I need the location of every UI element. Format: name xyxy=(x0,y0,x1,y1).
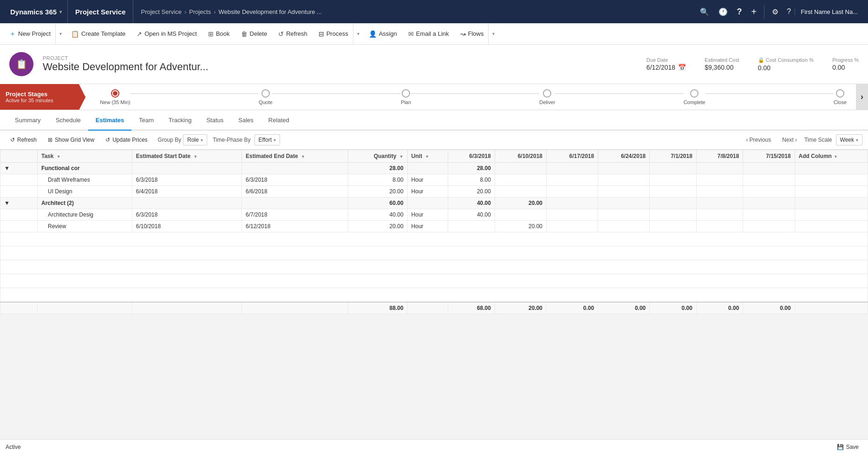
estimates-refresh-button[interactable]: ↺ Refresh xyxy=(6,134,41,145)
row-end-arch[interactable]: 6/7/2018 xyxy=(241,209,348,221)
book-button[interactable]: ⊞ Book xyxy=(202,23,235,44)
breadcrumb-part1[interactable]: Project Service xyxy=(141,8,181,15)
group-row-functional[interactable]: ▼ Functional cor 28.00 28.00 xyxy=(0,163,868,174)
row-start-uidesign[interactable]: 6/4/2018 xyxy=(132,186,241,197)
due-date-text[interactable]: 6/12/2018 xyxy=(646,64,675,71)
col-header-unit[interactable]: Unit ▼ xyxy=(407,150,448,163)
tab-team[interactable]: Team xyxy=(131,110,161,131)
timescale-value: Week xyxy=(840,137,854,143)
show-grid-view-button[interactable]: ⊞ Show Grid View xyxy=(43,134,99,145)
flows-dropdown[interactable]: ▾ xyxy=(488,23,498,44)
group-expand-2[interactable]: ▼ xyxy=(0,197,38,209)
tab-schedule[interactable]: Schedule xyxy=(48,110,88,131)
stage-name-complete: Complete xyxy=(684,99,705,105)
tab-tracking[interactable]: Tracking xyxy=(161,110,199,131)
create-template-label: Create Template xyxy=(81,30,125,37)
row-col5-arch xyxy=(650,209,697,221)
refresh-button[interactable]: ↺ Refresh xyxy=(273,23,313,44)
row-qty-review[interactable]: 20.00 xyxy=(348,221,407,232)
tab-summary[interactable]: Summary xyxy=(7,110,48,131)
row-unit-draft[interactable]: Hour xyxy=(407,174,448,186)
dynamics365-nav[interactable]: Dynamics 365 ▾ xyxy=(5,0,68,23)
row-qty-arch[interactable]: 40.00 xyxy=(348,209,407,221)
stage-name-quote: Quote xyxy=(259,99,273,105)
cost-consumption-label-text: Cost Consumption % xyxy=(766,57,814,63)
book-label: Book xyxy=(216,30,230,37)
group-expand-1[interactable]: ▼ xyxy=(0,163,38,174)
stage-step-new[interactable]: New (35 Min) xyxy=(100,89,130,105)
tab-estimates[interactable]: Estimates xyxy=(88,110,131,131)
timescale-dropdown[interactable]: Week ▾ xyxy=(836,134,862,145)
col-header-quantity[interactable]: Quantity ▼ xyxy=(348,150,407,163)
breadcrumb-part2[interactable]: Projects xyxy=(189,8,211,15)
row-task-uidesign[interactable]: UI Design xyxy=(38,186,132,197)
table-row[interactable]: UI Design 6/4/2018 6/6/2018 20.00 Hour 2… xyxy=(0,186,868,197)
tab-sales[interactable]: Sales xyxy=(231,110,261,131)
stage-step-complete[interactable]: Complete xyxy=(684,89,705,105)
group-by-dropdown[interactable]: Role ▾ xyxy=(183,134,207,145)
col-header-add-column[interactable]: Add Column ▾ xyxy=(795,150,868,163)
search-icon[interactable]: 🔍 xyxy=(696,5,713,19)
email-link-button[interactable]: ✉ Email a Link xyxy=(403,23,455,44)
plus-icon[interactable]: + xyxy=(748,4,761,20)
delete-button[interactable]: 🗑 Delete xyxy=(235,23,273,44)
table-row[interactable]: Review 6/10/2018 6/12/2018 20.00 Hour 20… xyxy=(0,221,868,232)
row-col3-review xyxy=(547,221,598,232)
stage-step-plan[interactable]: Plan xyxy=(401,89,411,105)
settings-icon[interactable]: ⚙ xyxy=(768,5,782,19)
stage-step-close[interactable]: Close xyxy=(834,89,847,105)
process-button[interactable]: ⊟ Process xyxy=(313,23,353,44)
row-blank-4 xyxy=(0,221,38,232)
timephase-by-dropdown[interactable]: Effort ▾ xyxy=(255,134,280,145)
previous-button[interactable]: ‹ Previous xyxy=(743,135,775,145)
row-unit-arch[interactable]: Hour xyxy=(407,209,448,221)
col-header-start-date[interactable]: Estimated Start Date ▼ xyxy=(132,150,241,163)
row-unit-uidesign[interactable]: Hour xyxy=(407,186,448,197)
process-dropdown[interactable]: ▾ xyxy=(353,23,363,44)
row-end-uidesign[interactable]: 6/6/2018 xyxy=(241,186,348,197)
row-start-draft[interactable]: 6/3/2018 xyxy=(132,174,241,186)
stage-name-deliver: Deliver xyxy=(539,99,555,105)
quantity-sort-icon: ▼ xyxy=(399,154,404,159)
open-in-ms-project-button[interactable]: ↗ Open in MS Project xyxy=(131,23,202,44)
group-row-architect[interactable]: ▼ Architect (2) 60.00 40.00 20.00 xyxy=(0,197,868,209)
row-qty-uidesign[interactable]: 20.00 xyxy=(348,186,407,197)
col-header-task[interactable]: Task ▼ xyxy=(38,150,132,163)
project-service-nav[interactable]: Project Service xyxy=(68,0,133,23)
row-start-review[interactable]: 6/10/2018 xyxy=(132,221,241,232)
group-addcol-1 xyxy=(795,163,868,174)
user-profile[interactable]: First Name Last Na... xyxy=(795,8,863,15)
tab-related[interactable]: Related xyxy=(261,110,297,131)
row-start-arch[interactable]: 6/3/2018 xyxy=(132,209,241,221)
recent-icon[interactable]: 🕐 xyxy=(715,5,731,19)
stage-step-quote[interactable]: Quote xyxy=(259,89,273,105)
help-circle-icon[interactable]: ? xyxy=(733,4,746,20)
new-project-button[interactable]: ＋ New Project xyxy=(4,23,55,44)
stage-step-deliver[interactable]: Deliver xyxy=(539,89,555,105)
row-end-draft[interactable]: 6/3/2018 xyxy=(241,174,348,186)
nav-help-icon[interactable]: ? xyxy=(783,5,795,19)
row-task-review[interactable]: Review xyxy=(38,221,132,232)
row-task-draft[interactable]: Draft Wireframes xyxy=(38,174,132,186)
col-header-end-date[interactable]: Estimated End Date ▼ xyxy=(241,150,348,163)
timephase-by-label: Time-Phase By xyxy=(213,137,251,143)
update-prices-button[interactable]: ↺ Update Prices xyxy=(101,134,152,145)
assign-button[interactable]: 👤 Assign xyxy=(363,23,403,44)
row-task-arch[interactable]: Architecture Desig xyxy=(38,209,132,221)
flows-button[interactable]: ↝ Flows xyxy=(455,23,489,44)
next-button[interactable]: Next › xyxy=(778,135,801,145)
row-unit-review[interactable]: Hour xyxy=(407,221,448,232)
calendar-icon[interactable]: 📅 xyxy=(678,64,686,71)
due-date-field: Due Date 6/12/2018 📅 xyxy=(646,57,686,71)
estimates-table: Task ▼ Estimated Start Date ▼ Estimated … xyxy=(0,150,868,314)
start-date-sort-icon: ▼ xyxy=(193,154,197,159)
table-row[interactable]: Draft Wireframes 6/3/2018 6/3/2018 8.00 … xyxy=(0,174,868,186)
tab-status[interactable]: Status xyxy=(199,110,231,131)
table-row[interactable]: Architecture Desig 6/3/2018 6/7/2018 40.… xyxy=(0,209,868,221)
stage-arrow xyxy=(79,84,85,110)
new-project-dropdown[interactable]: ▾ xyxy=(55,23,65,44)
stage-nav-right-button[interactable]: › xyxy=(856,84,868,110)
row-qty-draft[interactable]: 8.00 xyxy=(348,174,407,186)
create-template-button[interactable]: 📋 Create Template xyxy=(65,23,131,44)
row-end-review[interactable]: 6/12/2018 xyxy=(241,221,348,232)
